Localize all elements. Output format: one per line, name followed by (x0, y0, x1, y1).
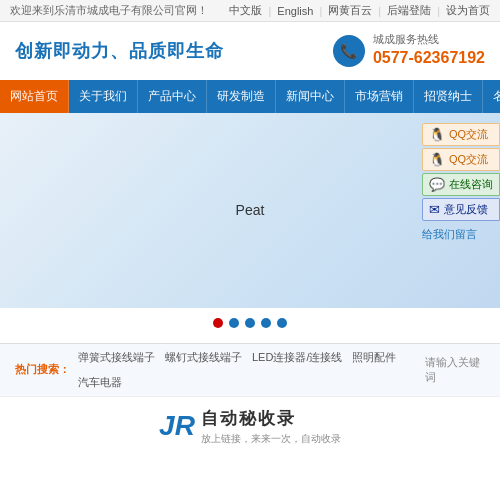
footer-logo-text: 自动秘收录 (201, 407, 296, 430)
slide-dot-4[interactable] (261, 318, 271, 328)
admin-link[interactable]: 后端登陆 (387, 3, 431, 18)
hotline-info: 城成服务热线 0577-62367192 (373, 32, 485, 70)
hot-tags: 弹簧式接线端子 螺钉式接线端子 LED连接器/连接线 照明配件 汽车电器 (78, 350, 417, 390)
slide-dots (213, 318, 287, 328)
top-bar: 欢迎来到乐清市城成电子有限公司官网！ 中文版 | English | 网黄百云 … (0, 0, 500, 22)
qq2-label: QQ交流 (449, 152, 488, 167)
hot-search-bar: 热门搜索： 弹簧式接线端子 螺钉式接线端子 LED连接器/连接线 照明配件 汽车… (0, 343, 500, 396)
peat-label: Peat (236, 202, 265, 218)
search-hint[interactable]: 请输入关键词 (425, 355, 485, 385)
qq2-button[interactable]: 🐧 QQ交流 (422, 148, 500, 171)
nav-products[interactable]: 产品中心 (138, 80, 207, 113)
nav-home[interactable]: 网站首页 (0, 80, 69, 113)
qq2-icon: 🐧 (429, 152, 445, 167)
lang-cn[interactable]: 中文版 (229, 3, 262, 18)
welcome-text: 欢迎来到乐清市城成电子有限公司官网！ (10, 3, 208, 18)
feedback-label: 意见反馈 (444, 202, 488, 217)
qq1-label: QQ交流 (449, 127, 488, 142)
slide-dot-3[interactable] (245, 318, 255, 328)
wangwang-link[interactable]: 网黄百云 (328, 3, 372, 18)
footer-tagline: 放上链接，来来一次，自动收录 (201, 432, 341, 446)
hot-tag-5[interactable]: 汽车电器 (78, 375, 122, 390)
nav-market[interactable]: 市场营销 (345, 80, 414, 113)
hotline-number[interactable]: 0577-62367192 (373, 47, 485, 69)
hotline-label: 城成服务热线 (373, 32, 485, 47)
set-home-link[interactable]: 设为首页 (446, 3, 490, 18)
top-bar-right: 中文版 | English | 网黄百云 | 后端登陆 | 设为首页 (229, 3, 490, 18)
header: 创新即动力、品质即生命 📞 城成服务热线 0577-62367192 (0, 22, 500, 80)
logo: 创新即动力、品质即生命 (15, 39, 224, 63)
online-label: 在线咨询 (449, 177, 493, 192)
float-sidebar: 🐧 QQ交流 🐧 QQ交流 💬 在线咨询 ✉ 意见反馈 给我们留言 (422, 123, 500, 242)
online-consult-button[interactable]: 💬 在线咨询 (422, 173, 500, 196)
hot-tag-2[interactable]: 螺钉式接线端子 (165, 350, 242, 365)
hot-tag-3[interactable]: LED连接器/连接线 (252, 350, 342, 365)
qq1-icon: 🐧 (429, 127, 445, 142)
slide-dot-5[interactable] (277, 318, 287, 328)
main-content: Peat 🐧 QQ交流 🐧 QQ交流 💬 在线咨询 ✉ 意见反馈 给我们留言 (0, 113, 500, 343)
hotline-box: 📞 城成服务热线 0577-62367192 (333, 32, 485, 70)
lang-en[interactable]: English (277, 5, 313, 17)
main-nav: 网站首页 关于我们 产品中心 研发制造 新闻中心 市场营销 招贤纳士 名城营营 … (0, 80, 500, 113)
more-messages-link[interactable]: 给我们留言 (422, 227, 500, 242)
footer: JR 自动秘收录 放上链接，来来一次，自动收录 (0, 396, 500, 456)
hot-label: 热门搜索： (15, 362, 70, 377)
slide-dot-2[interactable] (229, 318, 239, 328)
hot-tag-4[interactable]: 照明配件 (352, 350, 396, 365)
hot-tag-1[interactable]: 弹簧式接线端子 (78, 350, 155, 365)
phone-icon: 📞 (333, 35, 365, 67)
footer-jr-logo: JR (159, 412, 195, 440)
nav-news[interactable]: 新闻中心 (276, 80, 345, 113)
feedback-button[interactable]: ✉ 意见反馈 (422, 198, 500, 221)
online-icon: 💬 (429, 177, 445, 192)
nav-about[interactable]: 关于我们 (69, 80, 138, 113)
nav-brand[interactable]: 名城营营 (483, 80, 500, 113)
slide-dot-1[interactable] (213, 318, 223, 328)
nav-jobs[interactable]: 招贤纳士 (414, 80, 483, 113)
nav-rd[interactable]: 研发制造 (207, 80, 276, 113)
qq1-button[interactable]: 🐧 QQ交流 (422, 123, 500, 146)
feedback-icon: ✉ (429, 202, 440, 217)
